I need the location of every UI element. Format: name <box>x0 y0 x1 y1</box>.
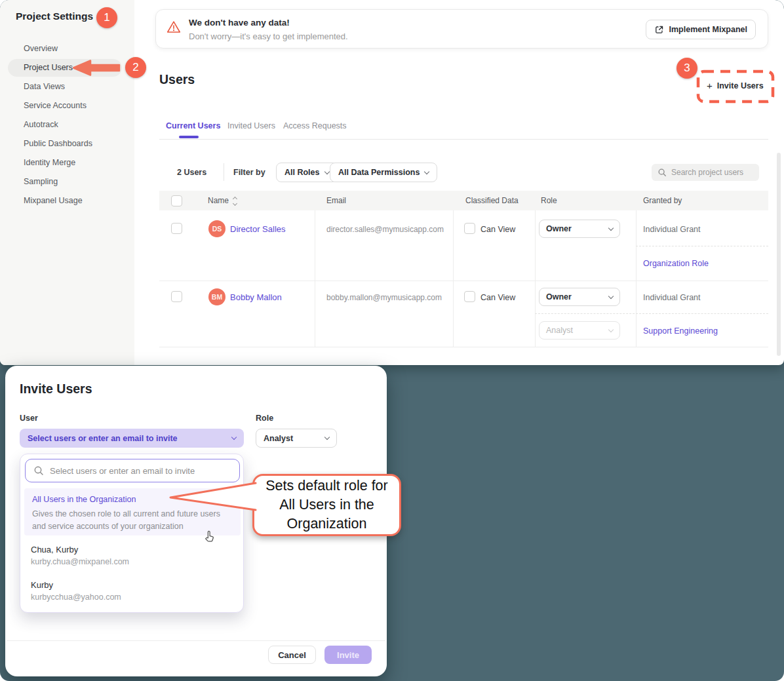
avatar: DS <box>208 220 225 237</box>
external-link-icon <box>654 25 664 35</box>
user-name-link[interactable]: Director Salles <box>230 224 286 234</box>
banner-title: We don't have any data! <box>189 18 290 28</box>
row-checkbox[interactable] <box>171 291 182 302</box>
warning-icon <box>167 20 181 36</box>
user-select-value: Select users or enter an email to invite <box>28 434 178 443</box>
annotation-badge-2: 2 <box>125 57 146 78</box>
support-engineering-link[interactable]: Support Engineering <box>643 326 718 336</box>
role-select-value: Owner <box>546 224 572 233</box>
roles-filter-dropdown[interactable]: All Roles <box>276 163 338 182</box>
banner-subtitle: Don't worry—it's easy to get implemented… <box>189 31 348 41</box>
scrollbar[interactable] <box>777 153 781 356</box>
chevron-down-icon <box>608 326 614 332</box>
user-select-dropdown[interactable]: Select users or enter an email to invite <box>20 429 244 448</box>
annotation-dashed-highlight <box>696 69 775 104</box>
column-header-granted: Granted by <box>643 196 682 205</box>
dropdown-search-input[interactable] <box>50 466 227 476</box>
annotation-badge-3: 3 <box>676 58 697 79</box>
implement-mixpanel-label: Implement Mixpanel <box>669 25 747 34</box>
sidebar-title: Project Settings <box>16 10 93 22</box>
annotation-arrow-icon <box>71 59 122 77</box>
role-select[interactable]: Owner <box>539 220 620 238</box>
option-all-users-org-title: All Users in the Organization <box>32 495 136 504</box>
can-view-checkbox[interactable] <box>464 291 475 302</box>
implement-mixpanel-button[interactable]: Implement Mixpanel <box>646 20 756 39</box>
user-email: bobby.mallon@mymusicapp.com <box>326 293 442 302</box>
sidebar-item-public-dashboards[interactable]: Public Dashboards <box>24 139 92 148</box>
tab-access-requests[interactable]: Access Requests <box>283 121 347 130</box>
filter-by-label: Filter by <box>233 168 265 177</box>
row-divider <box>159 281 768 281</box>
tab-current-users[interactable]: Current Users <box>166 121 220 130</box>
modal-footer-divider <box>7 640 385 641</box>
active-tab-indicator <box>179 136 199 138</box>
role-field-label: Role <box>256 414 273 423</box>
role-select-dropdown[interactable]: Analyst <box>256 429 337 448</box>
granted-by-value: Individual Grant <box>643 293 701 302</box>
option-user-name[interactable]: Kurby <box>31 580 53 590</box>
page-title: Users <box>159 72 195 87</box>
column-header-classified: Classified Data <box>465 196 519 205</box>
search-project-users[interactable] <box>652 164 759 181</box>
sidebar-item-project-users[interactable]: Project Users <box>24 63 73 72</box>
tabs-divider <box>159 139 768 140</box>
hand-cursor-icon <box>202 530 216 547</box>
user-field-label: User <box>20 414 38 423</box>
invite-button[interactable]: Invite <box>324 646 372 664</box>
cancel-button[interactable]: Cancel <box>268 646 316 664</box>
sidebar-item-service-accounts[interactable]: Service Accounts <box>24 101 87 110</box>
search-input[interactable] <box>671 168 750 177</box>
users-table: Name Email Classified Data Role Granted … <box>159 191 768 347</box>
chevron-down-icon <box>231 435 237 440</box>
sidebar-item-autotrack[interactable]: Autotrack <box>24 120 58 129</box>
role-select[interactable]: Owner <box>539 288 620 306</box>
can-view-label: Can View <box>480 293 515 302</box>
user-email: director.salles@mymusicapp.com <box>326 225 444 234</box>
sidebar-item-overview[interactable]: Overview <box>24 44 58 53</box>
sub-row-divider <box>636 246 768 246</box>
role-select-value: Analyst <box>264 434 293 443</box>
chevron-down-icon <box>424 168 429 174</box>
project-settings-panel: Project Settings Overview Project Users … <box>0 0 784 365</box>
column-divider <box>315 210 315 347</box>
option-user-email: kurbycchua@yahoo.com <box>31 593 121 602</box>
permissions-filter-label: All Data Permissions <box>338 168 420 177</box>
user-count: 2 Users <box>177 168 206 177</box>
sidebar-item-identity-merge[interactable]: Identity Merge <box>24 158 75 167</box>
column-header-role: Role <box>541 196 557 205</box>
permissions-filter-dropdown[interactable]: All Data Permissions <box>330 163 437 182</box>
granted-by-value: Individual Grant <box>643 225 701 234</box>
column-divider <box>535 210 536 347</box>
tab-invited-users[interactable]: Invited Users <box>227 121 275 130</box>
select-all-checkbox[interactable] <box>171 195 182 206</box>
role-select-value: Analyst <box>546 326 573 335</box>
modal-title: Invite Users <box>20 381 92 397</box>
sidebar-item-data-views[interactable]: Data Views <box>24 82 65 91</box>
avatar: BM <box>208 288 225 305</box>
role-select-value: Owner <box>546 292 572 302</box>
can-view-label: Can View <box>480 225 515 234</box>
chevron-down-icon <box>608 225 614 230</box>
annotation-callout-tail <box>168 477 257 514</box>
role-select-disabled: Analyst <box>539 321 620 340</box>
chevron-down-icon <box>324 435 330 440</box>
can-view-checkbox[interactable] <box>464 223 475 234</box>
column-divider <box>636 210 637 347</box>
column-header-email: Email <box>326 196 346 205</box>
user-name-link[interactable]: Bobby Mallon <box>230 292 282 302</box>
sort-icon[interactable] <box>233 197 237 205</box>
annotation-badge-1: 1 <box>96 7 117 28</box>
option-user-name[interactable]: Chua, Kurby <box>31 545 78 555</box>
sub-row-divider <box>535 313 768 314</box>
chevron-down-icon <box>324 168 329 174</box>
row-checkbox[interactable] <box>171 223 182 234</box>
screenshot-canvas: Project Settings Overview Project Users … <box>0 0 784 681</box>
sidebar-item-mixpanel-usage[interactable]: Mixpanel Usage <box>24 196 83 205</box>
column-header-name: Name <box>208 196 237 205</box>
search-icon <box>657 168 667 177</box>
table-bottom-border <box>159 347 768 347</box>
no-data-banner: We don't have any data! Don't worry—it's… <box>155 9 768 49</box>
organization-role-link[interactable]: Organization Role <box>643 259 709 268</box>
search-icon <box>33 465 44 476</box>
sidebar-item-sampling[interactable]: Sampling <box>24 177 58 186</box>
